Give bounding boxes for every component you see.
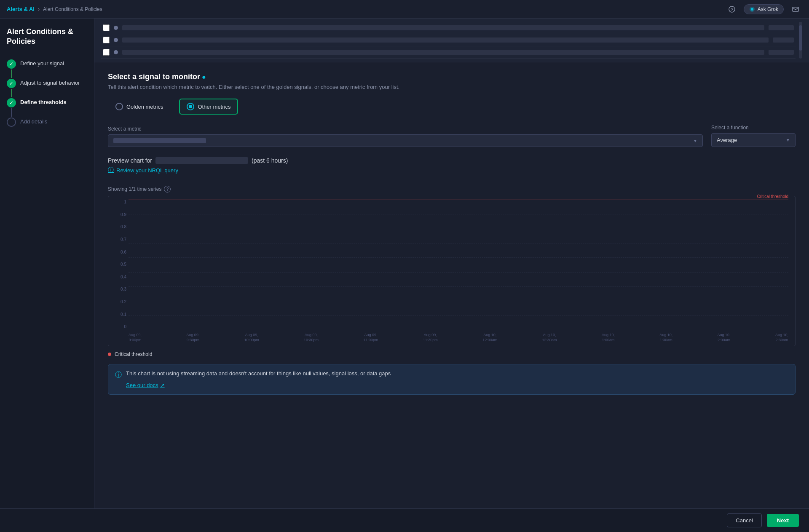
chart-x-labels: Aug 09,9:00pm Aug 09,9:30pm Aug 09,10:00… <box>129 330 788 342</box>
grid-line-4 <box>129 243 788 243</box>
grid-line-6 <box>129 272 788 273</box>
question-icon: ? <box>729 6 735 13</box>
time-series-help-icon[interactable]: ? <box>164 186 171 192</box>
radio-golden-label: Golden metrics <box>126 104 163 110</box>
svg-text:?: ? <box>731 8 733 12</box>
select-row: Select a metric ▼ Select a function Aver… <box>108 125 796 147</box>
mail-icon <box>792 6 799 13</box>
chart-grid-lines <box>129 200 788 330</box>
radio-golden-metrics[interactable]: Golden metrics <box>108 99 171 115</box>
chart-legend: Critical threshold <box>108 351 796 357</box>
chart-critical-label: Critical threshold <box>757 194 788 199</box>
page-title-breadcrumb: Alert Conditions & Policies <box>43 6 102 12</box>
grid-line-8 <box>129 301 788 301</box>
step-add-details[interactable]: Add details <box>7 115 87 129</box>
cancel-button[interactable]: Cancel <box>727 513 761 527</box>
step-define-thresholds[interactable]: ✓ Define thresholds <box>7 96 87 110</box>
entity-row <box>101 22 796 34</box>
help-button[interactable]: ? <box>725 3 739 16</box>
y-label-06: 0.6 <box>112 250 126 254</box>
topbar-left: Alerts & AI › Alert Conditions & Policie… <box>7 6 102 12</box>
grid-line-3 <box>129 229 788 229</box>
external-link-icon: ↗ <box>160 382 165 388</box>
time-series-label: Showing 1/1 time series ? <box>108 186 796 192</box>
chart-title: Preview chart for (past 6 hours) <box>108 157 796 164</box>
entity-value-3 <box>769 50 794 55</box>
select-metric-group: Select a metric ▼ <box>108 126 703 147</box>
step-check-icon-2: ✓ <box>7 79 16 88</box>
breadcrumb-sep: › <box>38 6 40 12</box>
entity-checkbox-2[interactable] <box>103 37 110 43</box>
time-series-text: Showing 1/1 time series <box>108 186 161 192</box>
content-area: Select a signal to monitor ● Tell this a… <box>94 19 809 508</box>
x-label-11: Aug 10,2:30am <box>775 333 788 342</box>
chart-container: 1 0.9 0.8 0.7 0.6 0.5 0.4 0.3 0.2 0.1 0 … <box>108 196 796 346</box>
entity-list-inner <box>101 22 796 59</box>
step-check-icon-3: ✓ <box>7 98 16 107</box>
topbar-right: ? Ask Grok <box>725 3 802 16</box>
entity-label-1 <box>122 25 764 30</box>
main-content: Select a signal to monitor ● Tell this a… <box>94 62 809 508</box>
entity-checkbox-3[interactable] <box>103 49 110 56</box>
mail-button[interactable] <box>789 3 802 16</box>
entity-checkbox-1[interactable] <box>103 24 110 31</box>
select-metric-input[interactable]: ▼ <box>108 134 703 147</box>
review-nrql-link[interactable]: ⓘ Review your NRQL query <box>108 166 796 174</box>
entity-row-3 <box>101 46 796 59</box>
ask-grok-button[interactable]: Ask Grok <box>744 4 784 14</box>
svg-rect-4 <box>793 7 798 11</box>
review-nrql-label: Review your NRQL query <box>116 167 178 174</box>
x-label-3: Aug 09,10:30pm <box>304 333 319 342</box>
entity-scrollbar[interactable] <box>799 22 802 59</box>
x-label-8: Aug 10,1:00am <box>602 333 615 342</box>
select-function-label: Select a function <box>711 125 796 131</box>
x-label-9: Aug 10,1:30am <box>659 333 672 342</box>
grok-icon <box>749 6 755 12</box>
step-define-signal-label: Define your signal <box>20 59 64 67</box>
info-banner: ⓘ This chart is not using streaming data… <box>108 364 796 395</box>
entity-value-1 <box>769 25 794 30</box>
entity-label-3 <box>122 50 764 55</box>
step-define-signal[interactable]: ✓ Define your signal <box>7 57 87 71</box>
y-label-01: 0.1 <box>112 312 126 317</box>
entity-dot-3 <box>114 50 118 54</box>
grid-line-9 <box>129 315 788 316</box>
see-our-docs-label: See our docs <box>126 382 158 388</box>
x-label-0: Aug 09,9:00pm <box>129 333 142 342</box>
chart-y-labels: 1 0.9 0.8 0.7 0.6 0.5 0.4 0.3 0.2 0.1 0 <box>112 200 126 329</box>
select-function-value: Average <box>717 137 737 143</box>
entity-dot-2 <box>114 38 118 42</box>
grid-line-10 <box>129 330 788 330</box>
select-function-group: Select a function Average ▼ <box>711 125 796 147</box>
y-label-03: 0.3 <box>112 287 126 291</box>
sidebar: Alert Conditions & Policies ✓ Define you… <box>0 19 94 508</box>
y-label-08: 0.8 <box>112 225 126 229</box>
topbar: Alerts & AI › Alert Conditions & Policie… <box>0 0 809 19</box>
select-metric-chevron: ▼ <box>693 139 697 143</box>
y-label-09: 0.9 <box>112 212 126 217</box>
x-label-2: Aug 09,10:00pm <box>244 333 259 342</box>
x-label-5: Aug 09,11:30pm <box>423 333 438 342</box>
radio-other-metrics[interactable]: Other metrics <box>179 99 238 115</box>
sidebar-title: Alert Conditions & Policies <box>7 27 87 47</box>
step-define-thresholds-label: Define thresholds <box>20 98 67 105</box>
info-banner-row: ⓘ This chart is not using streaming data… <box>115 370 788 380</box>
chart-critical-line: Critical threshold <box>129 200 788 200</box>
entity-value-2 <box>773 37 794 43</box>
y-label-07: 0.7 <box>112 237 126 242</box>
x-label-4: Aug 09,11:00pm <box>363 333 378 342</box>
step-circle-icon <box>7 118 16 127</box>
y-label-04: 0.4 <box>112 275 126 279</box>
signal-section-title: Select a signal to monitor ● <box>108 72 796 81</box>
step-add-details-label: Add details <box>20 118 47 125</box>
entity-scroll-wrap <box>101 22 802 59</box>
step-adjust-behavior[interactable]: ✓ Adjust to signal behavior <box>7 76 87 91</box>
required-indicator: ● <box>202 73 206 81</box>
x-label-7: Aug 10,12:30am <box>542 333 557 342</box>
next-button[interactable]: Next <box>767 514 799 527</box>
chart-header: Preview chart for (past 6 hours) ⓘ Revie… <box>108 157 796 179</box>
select-function-input[interactable]: Average ▼ <box>711 133 796 147</box>
see-our-docs-link[interactable]: See our docs ↗ <box>126 382 788 388</box>
y-label-02: 0.2 <box>112 299 126 304</box>
main-layout: Alert Conditions & Policies ✓ Define you… <box>0 19 809 508</box>
